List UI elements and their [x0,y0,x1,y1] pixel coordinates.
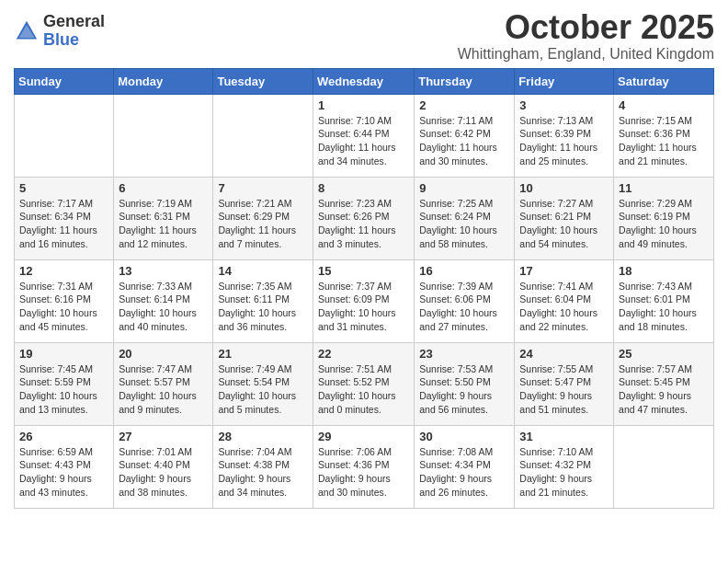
day-number: 29 [318,430,409,443]
day-info: Sunrise: 7:15 AM Sunset: 6:36 PM Dayligh… [619,115,697,167]
day-number: 15 [318,264,409,278]
calendar-cell: 19Sunrise: 7:45 AM Sunset: 5:59 PM Dayli… [15,342,114,425]
calendar-cell: 13Sunrise: 7:33 AM Sunset: 6:14 PM Dayli… [114,259,213,342]
logo-icon [14,18,40,44]
calendar-cell [15,94,114,177]
calendar-cell: 31Sunrise: 7:10 AM Sunset: 4:32 PM Dayli… [515,425,614,508]
day-info: Sunrise: 7:55 AM Sunset: 5:47 PM Dayligh… [519,363,593,415]
calendar-week: 19Sunrise: 7:45 AM Sunset: 5:59 PM Dayli… [15,342,714,425]
day-info: Sunrise: 7:35 AM Sunset: 6:11 PM Dayligh… [218,281,296,332]
day-number: 11 [619,181,709,195]
day-info: Sunrise: 7:45 AM Sunset: 5:59 PM Dayligh… [19,363,97,415]
day-number: 19 [19,347,108,361]
day-number: 21 [218,347,308,361]
day-number: 6 [119,181,208,195]
calendar-cell: 17Sunrise: 7:41 AM Sunset: 6:04 PM Dayli… [515,259,614,342]
calendar-cell: 21Sunrise: 7:49 AM Sunset: 5:54 PM Dayli… [213,342,313,425]
day-info: Sunrise: 7:23 AM Sunset: 6:26 PM Dayligh… [318,198,396,249]
day-number: 5 [19,181,108,195]
calendar-cell: 14Sunrise: 7:35 AM Sunset: 6:11 PM Dayli… [213,259,313,342]
day-number: 1 [318,98,409,112]
calendar-cell: 12Sunrise: 7:31 AM Sunset: 6:16 PM Dayli… [15,259,114,342]
day-number: 14 [218,264,308,278]
day-number: 18 [619,264,709,278]
calendar-cell: 15Sunrise: 7:37 AM Sunset: 6:09 PM Dayli… [313,259,414,342]
calendar-cell [114,94,213,177]
calendar-cell: 26Sunrise: 6:59 AM Sunset: 4:43 PM Dayli… [15,425,114,508]
day-info: Sunrise: 7:11 AM Sunset: 6:42 PM Dayligh… [419,115,497,167]
day-number: 4 [619,98,709,112]
day-info: Sunrise: 7:06 AM Sunset: 4:36 PM Dayligh… [318,446,392,498]
day-number: 2 [419,98,509,112]
month-title: October 2025 [458,9,714,46]
day-number: 10 [519,181,609,195]
day-info: Sunrise: 7:49 AM Sunset: 5:54 PM Dayligh… [218,363,296,415]
calendar-cell [614,425,714,508]
calendar-cell: 24Sunrise: 7:55 AM Sunset: 5:47 PM Dayli… [515,342,614,425]
day-number: 22 [318,347,409,361]
calendar-cell: 9Sunrise: 7:25 AM Sunset: 6:24 PM Daylig… [415,177,515,259]
day-info: Sunrise: 7:39 AM Sunset: 6:06 PM Dayligh… [419,281,497,332]
location: Whittingham, England, United Kingdom [458,46,714,63]
day-info: Sunrise: 7:25 AM Sunset: 6:24 PM Dayligh… [419,198,497,249]
calendar-cell: 6Sunrise: 7:19 AM Sunset: 6:31 PM Daylig… [114,177,213,259]
day-info: Sunrise: 7:13 AM Sunset: 6:39 PM Dayligh… [519,115,597,167]
day-number: 31 [519,430,609,443]
calendar-cell: 25Sunrise: 7:57 AM Sunset: 5:45 PM Dayli… [614,342,714,425]
calendar-cell: 16Sunrise: 7:39 AM Sunset: 6:06 PM Dayli… [415,259,515,342]
calendar-week: 1Sunrise: 7:10 AM Sunset: 6:44 PM Daylig… [15,94,714,177]
calendar-cell: 2Sunrise: 7:11 AM Sunset: 6:42 PM Daylig… [415,94,515,177]
day-number: 23 [419,347,509,361]
day-number: 27 [119,430,208,443]
day-number: 28 [218,430,308,443]
day-info: Sunrise: 7:31 AM Sunset: 6:16 PM Dayligh… [19,281,97,332]
day-info: Sunrise: 7:33 AM Sunset: 6:14 PM Dayligh… [119,281,197,332]
day-number: 20 [119,347,208,361]
day-info: Sunrise: 7:51 AM Sunset: 5:52 PM Dayligh… [318,363,396,415]
calendar: SundayMondayTuesdayWednesdayThursdayFrid… [14,68,714,509]
calendar-cell: 10Sunrise: 7:27 AM Sunset: 6:21 PM Dayli… [515,177,614,259]
calendar-header: SundayMondayTuesdayWednesdayThursdayFrid… [15,68,714,94]
day-info: Sunrise: 7:53 AM Sunset: 5:50 PM Dayligh… [419,363,493,415]
logo-blue: Blue [43,31,105,50]
calendar-cell: 20Sunrise: 7:47 AM Sunset: 5:57 PM Dayli… [114,342,213,425]
day-info: Sunrise: 7:27 AM Sunset: 6:21 PM Dayligh… [519,198,597,249]
day-number: 25 [619,347,709,361]
calendar-week: 26Sunrise: 6:59 AM Sunset: 4:43 PM Dayli… [15,425,714,508]
day-number: 12 [19,264,108,278]
header-day: Saturday [614,68,714,94]
day-number: 3 [519,98,609,112]
calendar-cell: 30Sunrise: 7:08 AM Sunset: 4:34 PM Dayli… [415,425,515,508]
calendar-week: 5Sunrise: 7:17 AM Sunset: 6:34 PM Daylig… [15,177,714,259]
day-info: Sunrise: 7:01 AM Sunset: 4:40 PM Dayligh… [119,446,192,498]
calendar-cell: 3Sunrise: 7:13 AM Sunset: 6:39 PM Daylig… [515,94,614,177]
day-info: Sunrise: 7:29 AM Sunset: 6:19 PM Dayligh… [619,198,697,249]
day-info: Sunrise: 7:10 AM Sunset: 6:44 PM Dayligh… [318,115,396,167]
day-info: Sunrise: 7:19 AM Sunset: 6:31 PM Dayligh… [119,198,197,249]
calendar-cell: 5Sunrise: 7:17 AM Sunset: 6:34 PM Daylig… [15,177,114,259]
calendar-cell: 27Sunrise: 7:01 AM Sunset: 4:40 PM Dayli… [114,425,213,508]
day-info: Sunrise: 7:08 AM Sunset: 4:34 PM Dayligh… [419,446,493,498]
calendar-cell: 28Sunrise: 7:04 AM Sunset: 4:38 PM Dayli… [213,425,313,508]
header-day: Tuesday [213,68,313,94]
calendar-cell: 1Sunrise: 7:10 AM Sunset: 6:44 PM Daylig… [313,94,414,177]
calendar-cell: 8Sunrise: 7:23 AM Sunset: 6:26 PM Daylig… [313,177,414,259]
calendar-cell: 18Sunrise: 7:43 AM Sunset: 6:01 PM Dayli… [614,259,714,342]
logo: General Blue [14,13,105,50]
day-number: 17 [519,264,609,278]
day-number: 24 [519,347,609,361]
header-day: Friday [515,68,614,94]
calendar-cell: 4Sunrise: 7:15 AM Sunset: 6:36 PM Daylig… [614,94,714,177]
day-number: 30 [419,430,509,443]
logo-general: General [43,13,105,31]
day-number: 13 [119,264,208,278]
day-info: Sunrise: 7:57 AM Sunset: 5:45 PM Dayligh… [619,363,692,415]
day-number: 7 [218,181,308,195]
calendar-cell: 22Sunrise: 7:51 AM Sunset: 5:52 PM Dayli… [313,342,414,425]
header-row: SundayMondayTuesdayWednesdayThursdayFrid… [15,68,714,94]
day-info: Sunrise: 7:04 AM Sunset: 4:38 PM Dayligh… [218,446,291,498]
logo-text: General Blue [43,13,105,50]
calendar-cell: 11Sunrise: 7:29 AM Sunset: 6:19 PM Dayli… [614,177,714,259]
day-info: Sunrise: 6:59 AM Sunset: 4:43 PM Dayligh… [19,446,93,498]
page-header: General Blue October 2025 Whittingham, E… [14,9,714,63]
